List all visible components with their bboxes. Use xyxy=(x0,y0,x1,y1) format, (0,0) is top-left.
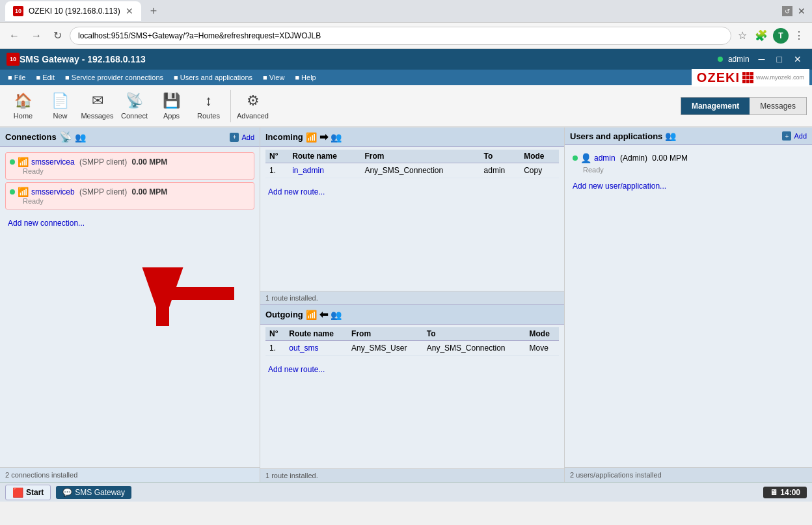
outgoing-arrow-icon: ⬅ xyxy=(319,308,328,321)
window-controls: ─ □ ✕ xyxy=(755,53,805,66)
outgoing-footer: 1 route installed. xyxy=(260,468,564,482)
add-outgoing-route-link[interactable]: Add new route... xyxy=(265,362,559,377)
out-col-from: From xyxy=(347,327,423,341)
tab-favicon: 10 xyxy=(13,6,23,16)
sms-gateway-button[interactable]: 💬 SMS Gateway xyxy=(56,486,131,499)
connection-item-smsservicea: 📶 smsservicea (SMPP client) 0.00 MPM Rea… xyxy=(5,152,254,180)
connections-add-link[interactable]: Add xyxy=(241,133,254,141)
toolbar-apps-button[interactable]: 💾 Apps xyxy=(154,88,189,124)
tab-management[interactable]: Management xyxy=(681,98,750,114)
forward-button[interactable]: → xyxy=(27,27,46,44)
maximize-button[interactable]: □ xyxy=(773,53,786,66)
refresh-button[interactable]: ↻ xyxy=(49,27,66,44)
tab-close-button[interactable]: ✕ xyxy=(126,6,133,16)
admin-label[interactable]: admin xyxy=(728,55,750,64)
user-link-admin[interactable]: admin xyxy=(594,154,616,163)
ozeki-logo: OZEKI www.myozeki.com xyxy=(692,69,809,87)
tab-messages[interactable]: Messages xyxy=(750,98,806,114)
start-icon: 🟥 xyxy=(12,487,23,498)
conn-speed: 0.00 MPM xyxy=(129,157,167,167)
toolbar-advanced-button[interactable]: ⚙ Advanced xyxy=(235,88,271,124)
incoming-body: N° Route name From To Mode 1. in_admin A… xyxy=(260,147,564,291)
incoming-header: Incoming 📶 ➡ 👥 xyxy=(260,128,564,147)
users-add-link[interactable]: Add xyxy=(794,132,807,140)
user-status-dot xyxy=(573,155,578,161)
connect-icon: 📡 xyxy=(126,92,143,109)
outgoing-routes-section: Outgoing 📶 ⬅ 👥 N° Route name From To Mod… xyxy=(260,305,564,482)
incoming-arrow-icon: ➡ xyxy=(319,131,328,143)
toolbar-messages-button[interactable]: ✉ Messages xyxy=(79,88,115,124)
toolbar-home-button[interactable]: 🏠 Home xyxy=(5,88,41,124)
outgoing-body: N° Route name From To Mode 1. out_sms An… xyxy=(260,325,564,468)
minimize-button[interactable]: ─ xyxy=(755,53,769,66)
route-link-out-sms[interactable]: out_sms xyxy=(289,343,318,353)
users-add-button[interactable]: + xyxy=(782,131,791,141)
incoming-title: Incoming xyxy=(265,132,303,142)
out-row-to: Any_SMS_Connection xyxy=(423,341,526,356)
outgoing-header: Outgoing 📶 ⬅ 👥 xyxy=(260,305,564,325)
col-num: N° xyxy=(265,150,288,163)
main-content: Connections 📡 👥 + Add 📶 smsservicea (SMP… xyxy=(0,128,812,482)
outgoing-users-icon: 👥 xyxy=(331,310,342,320)
row-from: Any_SMS_Connection xyxy=(360,163,480,178)
close-button[interactable]: ✕ xyxy=(790,53,805,66)
toolbar-connect-button[interactable]: 📡 Connect xyxy=(116,88,152,124)
connections-add-button[interactable]: + xyxy=(230,133,239,142)
toolbar-routes-button[interactable]: ↕ Routes xyxy=(191,88,226,124)
advanced-icon: ⚙ xyxy=(247,92,260,109)
gateway-label: SMS Gateway xyxy=(75,488,125,497)
menu-users-applications[interactable]: ■ Users and applications xyxy=(169,72,258,83)
connection-item-smsserviceb: 📶 smsserviceb (SMPP client) 0.00 MPM Rea… xyxy=(5,182,254,209)
connections-header: Connections 📡 👥 + Add xyxy=(0,128,260,147)
users-panel: Users and applications 👥 + Add 👤 admin (… xyxy=(565,128,812,482)
menu-edit[interactable]: ■ Edit xyxy=(31,72,60,83)
add-user-link[interactable]: Add new user/application... xyxy=(570,179,807,193)
menu-file[interactable]: ■ File xyxy=(3,72,31,83)
conn-link-smsservicea[interactable]: smsservicea xyxy=(31,157,75,167)
out-row-mode: Move xyxy=(525,341,559,356)
back-button[interactable]: ← xyxy=(5,27,23,44)
menu-service-provider[interactable]: ■ Service provider connections xyxy=(60,72,169,83)
menu-help[interactable]: ■ Help xyxy=(290,72,321,83)
browser-tab[interactable]: 10 OZEKI 10 (192.168.0.113) ✕ xyxy=(5,1,141,21)
user-speed: 0.00 MPM xyxy=(650,154,688,163)
col-route-name: Route name xyxy=(288,150,360,163)
toolbar: 🏠 Home 📄 New ✉ Messages 📡 Connect 💾 Apps… xyxy=(0,85,812,128)
conn-status: Ready xyxy=(23,167,250,175)
incoming-table-header: N° Route name From To Mode xyxy=(265,150,559,163)
conn2-speed: 0.00 MPM xyxy=(129,187,167,196)
start-button[interactable]: 🟥 Start xyxy=(5,485,51,500)
incoming-signal-icon: 📶 xyxy=(306,132,317,142)
add-incoming-route-link[interactable]: Add new route... xyxy=(265,185,559,199)
clock-time: 14:00 xyxy=(780,488,800,497)
col-to: To xyxy=(480,150,521,163)
menu-view[interactable]: ■ View xyxy=(258,72,290,83)
connections-users-icon: 👥 xyxy=(75,132,86,142)
messages-label: Messages xyxy=(81,112,113,120)
new-tab-button[interactable]: + xyxy=(146,3,161,20)
time-display: 🖥 14:00 xyxy=(763,487,807,498)
connections-footer: 2 connections installed xyxy=(0,467,260,482)
toolbar-separator xyxy=(230,90,231,122)
user-item-admin: 👤 admin (Admin) 0.00 MPM xyxy=(570,150,807,166)
address-bar[interactable] xyxy=(70,27,731,45)
connections-body: 📶 smsservicea (SMPP client) 0.00 MPM Rea… xyxy=(0,147,260,467)
connections-title: Connections 📡 👥 xyxy=(5,131,86,143)
users-footer: 2 users/applications installed xyxy=(565,467,812,482)
add-connection-link[interactable]: Add new connection... xyxy=(5,216,254,230)
view-tabs: Management Messages xyxy=(681,97,807,115)
row-to: admin xyxy=(480,163,521,178)
users-add-area: + Add xyxy=(782,131,807,141)
outgoing-routes-table: N° Route name From To Mode 1. out_sms An… xyxy=(265,327,559,356)
profile-avatar[interactable]: T xyxy=(773,28,789,44)
toolbar-new-button[interactable]: 📄 New xyxy=(42,88,78,124)
advanced-label: Advanced xyxy=(237,112,269,120)
route-link-in-admin[interactable]: in_admin xyxy=(292,166,324,175)
menu-button[interactable]: ⋮ xyxy=(791,27,807,44)
incoming-routes-section: Incoming 📶 ➡ 👥 N° Route name From To Mod… xyxy=(260,128,564,305)
extensions-button[interactable]: 🧩 xyxy=(752,27,770,44)
monitor-icon: 🖥 xyxy=(770,488,778,497)
bookmark-button[interactable]: ☆ xyxy=(735,27,750,44)
conn-link-smsserviceb[interactable]: smsserviceb xyxy=(31,187,75,196)
conn-signal-icon: 📶 xyxy=(18,157,29,167)
